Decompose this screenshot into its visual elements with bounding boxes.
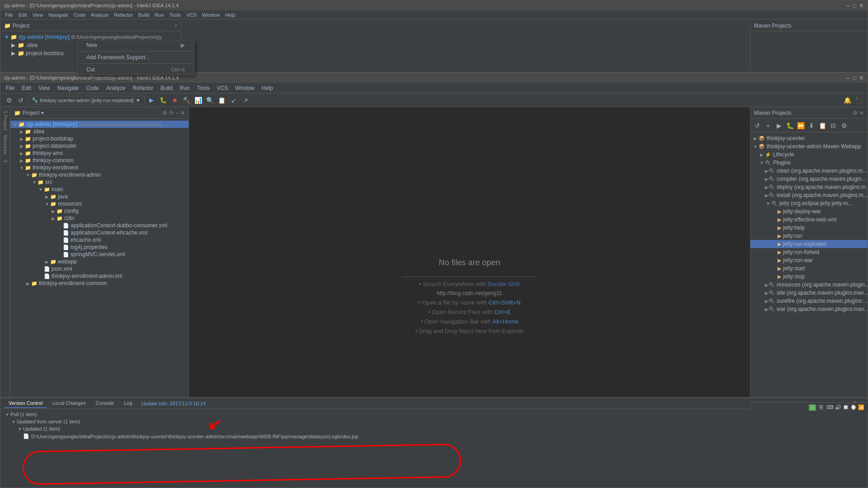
maven-jetty-deploy-war[interactable]: ▶ jetty:deploy-war: [750, 207, 868, 216]
bg-menu-navigate[interactable]: Navigate: [46, 12, 71, 18]
maven-jetty[interactable]: ▼ 🔌 jetty (org.eclipse.jetty:jetty-m...: [750, 199, 868, 207]
sidebar-icon-3[interactable]: 3: [2, 158, 9, 164]
maven-clean[interactable]: ▶ 🔌 clean (org.apache.maven.plugins:m...: [750, 167, 868, 175]
tree-iml[interactable]: 📄 thinkjoy-enrollment-admin.iml: [10, 272, 189, 280]
bg-menu-tools[interactable]: Tools: [166, 12, 184, 18]
bg-menu-analyze[interactable]: Analyze: [88, 12, 111, 18]
context-menu-add-framework[interactable]: Add Framework Support...: [77, 52, 194, 62]
tree-enrollment-admin[interactable]: ▼ 📁 thinkjoy-enrollment-admin: [10, 171, 189, 178]
bg-menu-vcs[interactable]: VCS: [184, 12, 199, 18]
menu-tools[interactable]: Tools: [193, 84, 213, 92]
maven-settings-btn[interactable]: ⚙: [839, 121, 849, 131]
tree-main[interactable]: ▼ 📁 main: [10, 186, 189, 193]
main-close-btn[interactable]: ✕: [859, 75, 864, 81]
maven-panel-close[interactable]: ✕: [859, 110, 864, 116]
maven-jetty-run-war[interactable]: ▶ jetty:run-war: [750, 256, 868, 264]
bg-menu-edit[interactable]: Edit: [16, 12, 30, 18]
bg-menu-view[interactable]: View: [30, 12, 46, 18]
maven-lifecycle[interactable]: ▶ ⚡ Lifecycle: [750, 150, 868, 159]
panel-ctrl-collapse[interactable]: −: [175, 110, 179, 116]
bottom-updated[interactable]: ▼ Updated (1 item): [2, 425, 866, 432]
tree-pom[interactable]: 📄 pom.xml: [10, 265, 189, 272]
toolbar-btn-1[interactable]: 📊: [193, 95, 203, 105]
maven-surefire[interactable]: ▶ 🔌 surefire (org.apache.maven.plugins:.…: [750, 297, 868, 305]
sidebar-icon-2[interactable]: Structure: [2, 133, 9, 157]
menu-navigate[interactable]: Navigate: [54, 84, 82, 92]
maven-compiler[interactable]: ▶ 🔌 compiler (org.apache.maven.plugin...: [750, 175, 868, 183]
main-minimize-btn[interactable]: ─: [846, 75, 850, 81]
toolbar-btn-3[interactable]: 📋: [217, 95, 227, 105]
bg-maximize-btn[interactable]: □: [853, 2, 856, 9]
maven-jetty-run-exploded[interactable]: ▶ jetty:run-exploded: [750, 240, 868, 248]
menu-view[interactable]: View: [35, 84, 54, 92]
toolbar-settings-btn[interactable]: ⚙: [4, 95, 14, 105]
maven-ucenter[interactable]: ▶ 📦 thinkjoy-ucenter: [750, 134, 868, 142]
debug-btn[interactable]: 🐛: [158, 95, 168, 105]
panel-ctrl-settings[interactable]: ⚙: [162, 110, 167, 116]
tree-resources[interactable]: ▼ 📁 resources: [10, 200, 189, 207]
run-config-selector[interactable]: 🔧 thinkjoy-ucenter-admin [jetty:run-expl…: [28, 96, 145, 104]
tab-version-control[interactable]: Version Control: [4, 399, 47, 408]
maven-install[interactable]: ▶ 🔌 install (org.apache.maven.plugins:m.…: [750, 191, 868, 199]
tab-log[interactable]: Log: [119, 399, 137, 408]
maven-jetty-run-forked[interactable]: ▶ jetty:run-forked: [750, 248, 868, 256]
tree-log4j[interactable]: 📄 log4j.properties: [10, 244, 189, 251]
tree-webapp[interactable]: ▶ 📁 webapp: [10, 258, 189, 265]
maven-panel-settings[interactable]: ⚙: [853, 110, 858, 116]
bg-minimize-btn[interactable]: ─: [846, 2, 850, 9]
hint-ctrl-shift-n[interactable]: Ctrl+Shift+N: [489, 299, 521, 306]
bg-menu-refactor[interactable]: Refactor: [111, 12, 136, 18]
menu-refactor[interactable]: Refactor: [129, 84, 157, 92]
tree-enrollment[interactable]: ▼ 📁 thinkjoy-enrollment: [10, 164, 189, 171]
stop-btn[interactable]: ■: [170, 95, 180, 105]
bg-close-btn[interactable]: ✕: [859, 2, 864, 9]
maven-jetty-stop[interactable]: ▶ jetty:stop: [750, 272, 868, 281]
tree-idea[interactable]: ▶ 📁 .idea: [10, 128, 189, 135]
toolbar-right-btn-2[interactable]: ⬛: [854, 95, 864, 105]
context-menu-cut[interactable]: Cut Ctrl+X: [77, 65, 194, 75]
hint-alt-home[interactable]: Alt+Home: [492, 318, 518, 325]
tree-common[interactable]: ▶ 📁 thinkjoy-common: [10, 157, 189, 164]
menu-build[interactable]: Build: [157, 84, 176, 92]
tab-local-changes[interactable]: Local Changes: [48, 399, 90, 408]
tab-console[interactable]: Console: [91, 399, 118, 408]
tree-dubbo-xml[interactable]: 📄 applicationContext-dubbo-consumer.xml: [10, 222, 189, 229]
panel-ctrl-close[interactable]: ✕: [180, 110, 185, 116]
maven-jetty-start[interactable]: ▶ jetty:start: [750, 264, 868, 272]
menu-analyze[interactable]: Analyze: [103, 84, 129, 92]
main-maximize-btn[interactable]: □: [853, 75, 856, 81]
maven-jetty-run[interactable]: ▶ jetty:run: [750, 232, 868, 240]
run-btn[interactable]: ▶: [146, 95, 156, 105]
toolbar-btn-5[interactable]: ↗: [241, 95, 250, 105]
maven-ucenter-admin[interactable]: ▼ 📦 thinkjoy-ucenter-admin Maven Webapp: [750, 142, 868, 150]
menu-help[interactable]: Help: [258, 84, 277, 92]
tree-springmvc-xml[interactable]: 📄 springMVC-servlet.xml: [10, 251, 189, 258]
maven-plugins[interactable]: ▼ 🔌 Plugins: [750, 159, 868, 167]
bottom-file-path[interactable]: 📄 D:\Users\gengsongbo\IdeaProjects\zjy-a…: [2, 432, 866, 440]
bottom-pull[interactable]: ▼ Pull (1 item): [2, 411, 866, 418]
bg-menu-build[interactable]: Build: [136, 12, 152, 18]
maven-run-btn[interactable]: ▶: [774, 121, 784, 131]
menu-run[interactable]: Run: [176, 84, 193, 92]
maven-war[interactable]: ▶ 🔌 war (org.apache.maven.plugins:mav...: [750, 305, 868, 313]
toolbar-btn-4[interactable]: ↙: [229, 95, 239, 105]
bottom-updated-from-server[interactable]: ▼ Updated from server (1 item): [2, 418, 866, 425]
maven-deploy[interactable]: ▶ 🔌 deploy (org.apache.maven.plugins:m..…: [750, 183, 868, 191]
tree-ehcache-ctx-xml[interactable]: 📄 applicationContext-ehcache.xml: [10, 229, 189, 236]
menu-window[interactable]: Window: [231, 84, 258, 92]
bg-menu-help[interactable]: Help: [222, 12, 238, 18]
toolbar-right-btn-1[interactable]: 🔔: [842, 95, 852, 105]
toolbar-refresh-btn[interactable]: ↺: [16, 95, 26, 105]
maven-skip-btn[interactable]: ⏩: [796, 121, 806, 131]
tree-root[interactable]: ▼ 📁 zjy-admin [thinkjoy] D:\Users\gengso…: [10, 121, 189, 128]
maven-collapse-btn[interactable]: ⊟: [828, 121, 838, 131]
bg-menu-window[interactable]: Window: [199, 12, 222, 18]
tree-src[interactable]: ▼ 📁 src: [10, 178, 189, 186]
maven-site[interactable]: ▶ 🔌 site (org.apache.maven.plugins:mav..…: [750, 289, 868, 297]
bg-menu-code[interactable]: Code: [71, 12, 88, 18]
maven-refresh-btn[interactable]: ↺: [752, 121, 762, 131]
menu-file[interactable]: File: [2, 84, 18, 92]
toolbar-btn-2[interactable]: 🔍: [205, 95, 215, 105]
tree-bootstrap[interactable]: ▶ 📁 project-bootstrap: [10, 135, 189, 142]
panel-ctrl-sync[interactable]: ⟳: [169, 110, 174, 116]
